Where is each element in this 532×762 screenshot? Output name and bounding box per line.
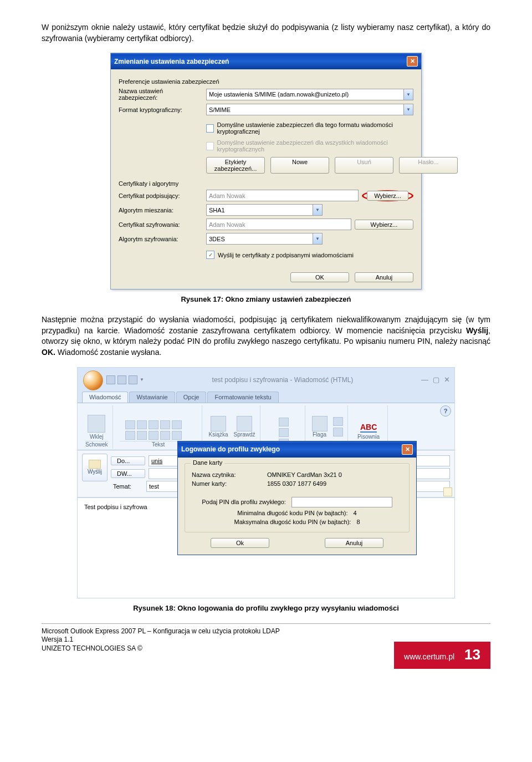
bullets-icon[interactable]: [172, 420, 182, 429]
pin-ok-button[interactable]: Ok: [211, 538, 269, 548]
numbering-icon[interactable]: [125, 431, 135, 440]
close-icon[interactable]: ✕: [444, 375, 450, 384]
spellcheck-icon[interactable]: ABC: [360, 423, 377, 433]
cb3-label: Wyślij te certyfikaty z podpisanymi wiad…: [218, 252, 354, 258]
chevron-down-icon[interactable]: ▼: [313, 205, 322, 215]
hash-label: Algorytm mieszania:: [119, 207, 203, 214]
flag-icon[interactable]: [312, 416, 328, 431]
attach-icon[interactable]: [279, 418, 289, 426]
highlight-circle-icon: Wybierz...: [362, 190, 413, 201]
sign-cert-label: Certyfikat podpisujący:: [119, 192, 203, 199]
outdent-icon[interactable]: [149, 431, 158, 440]
enc-alg-combo[interactable]: 3DES ▼: [206, 233, 323, 245]
dialog-title: Zmienianie ustawienia zabezpieczeń: [114, 58, 229, 65]
checkbox-send-certs[interactable]: ✓ Wyślij te certyfikaty z podpisanymi wi…: [206, 251, 354, 259]
font-icon[interactable]: [125, 420, 135, 429]
office-orb-icon[interactable]: [83, 370, 103, 390]
new-button[interactable]: Nowe: [270, 157, 329, 174]
tab-insert[interactable]: Wstawianie: [129, 392, 175, 403]
pin-input[interactable]: [291, 497, 392, 507]
password-button: Hasło...: [399, 157, 458, 174]
spell-label: Pisownia: [357, 434, 380, 440]
tab-message[interactable]: Wiadomość: [82, 392, 128, 403]
bold-icon[interactable]: [137, 420, 147, 429]
footer-separator: [42, 623, 490, 624]
choose-sign-button[interactable]: Wybierz...: [367, 191, 408, 201]
qat-redo-icon[interactable]: [129, 375, 137, 384]
outlook-window: ▼ test podpisu i szyfrowania - Wiadomość…: [77, 367, 455, 598]
cc-button[interactable]: DW...: [111, 469, 145, 478]
underline-icon[interactable]: [160, 420, 170, 429]
sidebar-toggle-icon[interactable]: [443, 487, 452, 496]
pref-section-label: Preferencje ustawienia zabezpieczeń: [119, 78, 413, 85]
labels-button[interactable]: Etykiety zabezpieczeń...: [206, 157, 265, 174]
name-label: Nazwa ustawień zabezpieczeń:: [119, 88, 203, 101]
min-label: Minimalna długość kodu PIN (w bajtach):: [237, 510, 347, 516]
qat-dropdown-icon[interactable]: ▼: [140, 377, 144, 382]
chevron-down-icon[interactable]: ▼: [403, 89, 413, 100]
sign-icon[interactable]: [279, 428, 289, 437]
address-book-icon[interactable]: [211, 416, 226, 431]
chevron-down-icon[interactable]: ▼: [403, 104, 413, 115]
max-value: 8: [356, 519, 360, 525]
book-label: Książka: [209, 431, 228, 438]
close-icon[interactable]: ✕: [407, 56, 418, 67]
minimize-icon[interactable]: —: [421, 375, 428, 384]
pin-cancel-button[interactable]: Anuluj: [325, 538, 383, 548]
chevron-down-icon[interactable]: ▼: [313, 233, 322, 244]
ok-button[interactable]: OK: [290, 272, 349, 282]
security-dialog: Zmienianie ustawienia zabezpieczeń ✕ Pre…: [110, 53, 422, 289]
maximize-icon[interactable]: ▢: [433, 375, 439, 384]
card-label: Numer karty:: [192, 480, 264, 487]
help-icon[interactable]: ?: [440, 405, 451, 416]
hash-combo[interactable]: SHA1 ▼: [206, 204, 323, 216]
check-names-icon[interactable]: [237, 416, 252, 431]
enc-alg-label: Algorytm szyfrowania:: [119, 236, 203, 242]
window-title: test podpisu i szyfrowania - Wiadomość (…: [144, 376, 421, 384]
close-icon[interactable]: ✕: [402, 444, 413, 455]
tab-options[interactable]: Opcje: [176, 392, 207, 403]
dialog-titlebar: Zmienianie ustawienia zabezpieczeń ✕: [111, 53, 421, 69]
quick-access-toolbar: ▼: [106, 375, 144, 384]
checkbox-default-all: Domyślne ustawienie zabezpieczeń dla wsz…: [206, 139, 413, 153]
paste-label: Wklej: [90, 434, 103, 440]
checkbox-checked-icon: ✓: [206, 251, 214, 259]
reader-value: OMNIKEY CardMan 3x21 0: [267, 471, 342, 478]
check-label: Sprawdź: [234, 431, 255, 438]
cancel-button[interactable]: Anuluj: [355, 272, 413, 282]
min-value: 4: [354, 510, 357, 516]
paste-icon[interactable]: [88, 415, 105, 433]
font-color-icon[interactable]: [172, 431, 182, 440]
to-button[interactable]: Do...: [111, 456, 145, 465]
figure-17: Zmienianie ustawienia zabezpieczeń ✕ Pre…: [42, 53, 490, 289]
pin-dialog: Logowanie do profilu zwykłego ✕ Dane kar…: [177, 441, 417, 555]
qat-save-icon[interactable]: [106, 375, 115, 384]
qat-undo-icon[interactable]: [117, 375, 126, 384]
name-combo[interactable]: Moje ustawienia S/MIME (adam.nowak@unize…: [206, 89, 413, 100]
tab-format[interactable]: Formatowanie tekstu: [207, 392, 278, 403]
cert-section-label: Certyfikaty i algorytmy: [119, 180, 413, 187]
figure-18-caption: Rysunek 18: Okno logowania do profilu zw…: [42, 604, 490, 612]
group-clipboard: Wklej Schowek: [81, 405, 113, 449]
pin-dialog-title: Logowanie do profilu zwykłego: [181, 445, 280, 453]
send-button[interactable]: Wyślij: [82, 454, 108, 481]
name-value: Moje ustawienia S/MIME (adam.nowak@unize…: [209, 91, 349, 98]
indent-icon[interactable]: [137, 431, 147, 440]
choose-enc-button[interactable]: Wybierz...: [355, 220, 413, 230]
paragraph-1: W poniższym oknie należy ustawić, który …: [42, 22, 490, 44]
mail-body-text: Test podpisu i szyfrowa: [84, 504, 147, 510]
priority-low-icon[interactable]: [333, 428, 343, 436]
italic-icon[interactable]: [149, 420, 158, 429]
group-legend: Dane karty: [191, 459, 224, 466]
priority-high-icon[interactable]: [333, 417, 343, 426]
pin-label: Podaj PIN dla profilu zwykłego:: [202, 499, 286, 505]
enc-cert-value: Adam Nowak: [209, 221, 245, 228]
figure-17-caption: Rysunek 17: Okno zmiany ustawień zabezpi…: [42, 295, 490, 303]
card-data-group: Dane karty Nazwa czytnika:OMNIKEY CardMa…: [185, 463, 410, 532]
enc-alg-value: 3DES: [209, 236, 225, 242]
checkbox-default-format[interactable]: Domyślne ustawienie zabezpieczeń dla teg…: [206, 121, 413, 135]
format-combo[interactable]: S/MIME ▼: [206, 104, 413, 115]
cb2-label: Domyślne ustawienie zabezpieczeń dla wsz…: [217, 139, 413, 153]
highlight-icon[interactable]: [160, 431, 170, 440]
footer-url: www.certum.pl: [404, 652, 454, 661]
